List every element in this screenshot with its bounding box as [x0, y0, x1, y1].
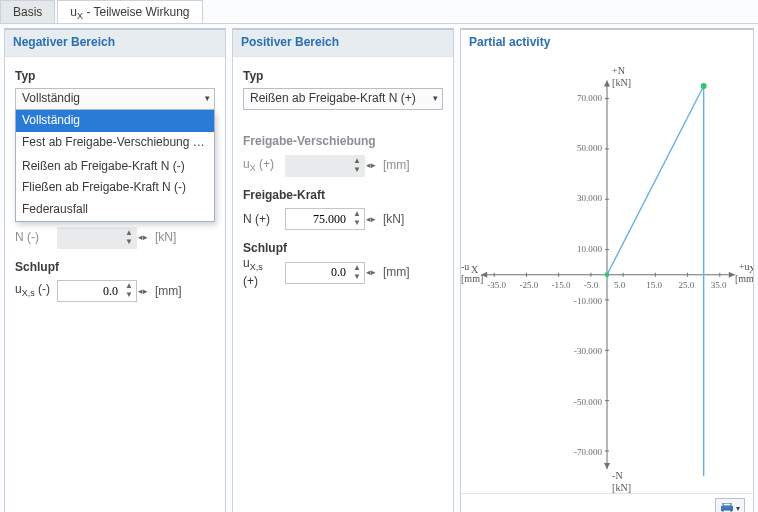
neg-force-field: N (-): [15, 230, 53, 246]
svg-text:-u: -u: [461, 260, 469, 271]
chevron-down-icon: ▾: [736, 504, 740, 512]
svg-text:-70.000: -70.000: [574, 447, 602, 457]
pos-force-field: N (+): [243, 212, 281, 228]
svg-rect-50: [723, 503, 731, 506]
stepper-icon[interactable]: ◂▸: [365, 215, 377, 224]
svg-text:30.000: 30.000: [577, 193, 602, 203]
neg-slip-unit: [mm]: [155, 284, 182, 300]
chart-footer: ▾: [461, 493, 753, 512]
tab-basis[interactable]: Basis: [0, 0, 55, 23]
pos-disp-label: Freigabe-Verschiebung: [243, 134, 443, 150]
stepper-icon[interactable]: ◂▸: [137, 287, 149, 296]
svg-text:-25.0: -25.0: [519, 279, 538, 289]
neg-type-selected: Vollständig: [22, 91, 80, 107]
neg-type-option[interactable]: Fließen ab Freigabe-Kraft N (-): [16, 177, 214, 199]
svg-point-49: [605, 272, 610, 277]
svg-text:50.000: 50.000: [577, 143, 602, 153]
svg-text:[kN]: [kN]: [612, 77, 631, 88]
positive-panel: Positiver Bereich Typ Reißen ab Freigabe…: [232, 28, 454, 512]
svg-text:-10.000: -10.000: [574, 296, 602, 306]
pos-slip-field: uX,s (+): [243, 256, 281, 290]
spinner-icon[interactable]: ▲▼: [350, 210, 364, 228]
print-button[interactable]: ▾: [715, 498, 745, 512]
svg-text:-35.0: -35.0: [487, 279, 506, 289]
neg-type-select[interactable]: Vollständig ▾: [15, 88, 215, 110]
svg-point-48: [701, 83, 707, 89]
negative-panel-title: Negativer Bereich: [5, 30, 225, 57]
pos-force-unit: [kN]: [383, 212, 404, 228]
svg-text:-30.000: -30.000: [574, 346, 602, 356]
partial-activity-chart: +N [kN] -N [kN] +uX [mm] -uX [mm] -35.0 …: [461, 56, 753, 494]
neg-slip-input[interactable]: ▲▼: [57, 280, 137, 302]
positive-panel-title: Positiver Bereich: [233, 30, 453, 57]
svg-text:-50.000: -50.000: [574, 396, 602, 406]
svg-text:+N: +N: [612, 65, 626, 76]
svg-marker-5: [604, 463, 610, 469]
svg-text:[mm]: [mm]: [735, 272, 753, 283]
neg-type-option[interactable]: Federausfall: [16, 199, 214, 221]
pos-slip-unit: [mm]: [383, 265, 410, 281]
spinner-icon: ▲▼: [122, 229, 136, 247]
spinner-icon: ▲▼: [350, 157, 364, 175]
svg-text:10.000: 10.000: [577, 243, 602, 253]
neg-force-unit: [kN]: [155, 230, 176, 246]
neg-slip-label: Schlupf: [15, 260, 215, 276]
stepper-icon[interactable]: ◂▸: [365, 268, 377, 277]
svg-text:5.0: 5.0: [614, 279, 626, 289]
neg-type-option[interactable]: Fest ab Freigabe-Verschiebung uX (-): [16, 132, 214, 156]
svg-text:70.000: 70.000: [577, 92, 602, 102]
svg-marker-4: [604, 80, 610, 86]
svg-text:15.0: 15.0: [646, 279, 662, 289]
chart-title: Partial activity: [461, 30, 753, 56]
negative-panel: Negativer Bereich Typ Vollständig ▾ Voll…: [4, 28, 226, 512]
pos-disp-field: uX (+): [243, 157, 281, 175]
pos-slip-input[interactable]: ▲▼: [285, 262, 365, 284]
printer-icon: [720, 503, 734, 512]
pos-disp-unit: [mm]: [383, 158, 410, 174]
svg-text:35.0: 35.0: [711, 279, 727, 289]
pos-type-select[interactable]: Reißen ab Freigabe-Kraft N (+) ▾: [243, 88, 443, 110]
pos-force-input[interactable]: ▲▼: [285, 208, 365, 230]
chevron-down-icon: ▾: [433, 93, 438, 105]
chart-panel: Partial activity +N [kN] -N [kN: [460, 28, 754, 512]
svg-text:25.0: 25.0: [678, 279, 694, 289]
stepper-icon: ◂▸: [365, 161, 377, 170]
spinner-icon[interactable]: ▲▼: [122, 282, 136, 300]
tab-bar: Basis uX - Teilweise Wirkung: [0, 0, 758, 24]
svg-text:[kN]: [kN]: [612, 482, 631, 493]
pos-type-selected: Reißen ab Freigabe-Kraft N (+): [250, 91, 416, 107]
neg-type-option[interactable]: Reißen ab Freigabe-Kraft N (-): [16, 156, 214, 178]
tab-partial-activity[interactable]: uX - Teilweise Wirkung: [57, 0, 202, 23]
neg-type-option[interactable]: Vollständig: [16, 110, 214, 132]
chevron-down-icon: ▾: [205, 93, 210, 105]
neg-slip-field: uX,s (-): [15, 282, 53, 300]
chart-area: +N [kN] -N [kN] +uX [mm] -uX [mm] -35.0 …: [461, 56, 753, 494]
neg-force-input: ▲▼: [57, 227, 137, 249]
pos-slip-label: Schlupf: [243, 241, 443, 257]
stepper-icon: ◂▸: [137, 233, 149, 242]
neg-type-label: Typ: [15, 69, 215, 85]
svg-text:-5.0: -5.0: [584, 279, 599, 289]
pos-force-label: Freigabe-Kraft: [243, 188, 443, 204]
svg-text:[mm]: [mm]: [461, 272, 483, 283]
svg-text:-15.0: -15.0: [552, 279, 571, 289]
neg-type-dropdown: Vollständig Fest ab Freigabe-Verschiebun…: [15, 110, 215, 221]
pos-type-label: Typ: [243, 69, 443, 85]
svg-text:-N: -N: [612, 470, 623, 481]
pos-disp-input: ▲▼: [285, 155, 365, 177]
spinner-icon[interactable]: ▲▼: [350, 264, 364, 282]
